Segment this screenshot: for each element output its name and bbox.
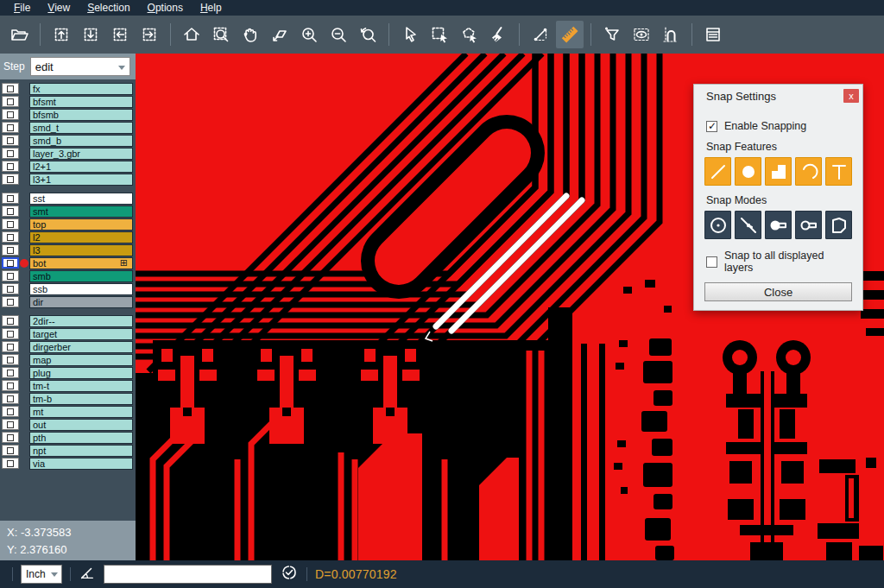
layer-row[interactable]: tm-t	[0, 379, 136, 392]
layer-visibility-checkbox[interactable]	[2, 174, 19, 185]
layer-visibility-checkbox[interactable]	[2, 83, 19, 94]
layer-row[interactable]: top	[0, 218, 136, 231]
snap-feature-line-button[interactable]	[704, 157, 731, 186]
layer-name[interactable]: dir	[29, 296, 133, 308]
angle-mode-icon[interactable]	[79, 564, 96, 585]
layer-name[interactable]: l3	[29, 244, 133, 256]
layer-row[interactable]: ssb	[0, 282, 136, 295]
dialog-title-bar[interactable]: Snap Settings x	[694, 85, 862, 108]
layer-visibility-checkbox[interactable]	[2, 109, 19, 120]
layer-visibility-checkbox[interactable]	[2, 380, 19, 391]
snap-feature-arc-button[interactable]	[795, 157, 822, 186]
select-poly-button[interactable]	[455, 21, 483, 48]
layer-visibility-checkbox[interactable]	[2, 367, 19, 378]
snap-mode-on-line-button[interactable]	[735, 211, 761, 239]
layer-name[interactable]: via	[29, 458, 133, 470]
layer-visibility-checkbox[interactable]	[2, 122, 19, 133]
menu-selection[interactable]: Selection	[79, 0, 138, 16]
snap-mode-corner-button[interactable]	[825, 211, 852, 239]
layer-name[interactable]: tm-t	[29, 380, 133, 392]
menu-options[interactable]: Options	[139, 0, 192, 16]
layer-name[interactable]: dirgerber	[29, 341, 133, 353]
layer-name[interactable]: sst	[29, 193, 133, 205]
select-rect-button[interactable]	[426, 21, 453, 48]
zoom-previous-button[interactable]	[354, 21, 382, 48]
layer-row[interactable]: bfsmb	[0, 108, 136, 121]
layer-row[interactable]: l3	[0, 243, 136, 256]
layer-visibility-checkbox[interactable]	[2, 419, 19, 430]
layer-visibility-checkbox[interactable]	[2, 135, 19, 146]
layer-list-panel-button[interactable]	[699, 21, 727, 48]
layer-visibility-checkbox[interactable]	[2, 393, 19, 404]
layer-name[interactable]: smb	[29, 270, 133, 282]
layer-row[interactable]: map	[0, 353, 136, 366]
layer-row[interactable]: via	[0, 457, 136, 470]
layer-name[interactable]: smt	[29, 205, 133, 218]
layer-row[interactable]: fx	[0, 82, 136, 95]
layer-visibility-checkbox[interactable]	[2, 315, 19, 326]
close-button[interactable]: Close	[704, 282, 852, 301]
snap-feature-surface-button[interactable]	[765, 157, 792, 186]
layer-visibility-checkbox[interactable]	[2, 161, 19, 172]
import-left-button[interactable]	[106, 21, 134, 48]
layer-row[interactable]: l2+1	[0, 160, 136, 173]
home-view-button[interactable]	[178, 21, 205, 48]
snap-mode-center-button[interactable]	[704, 211, 731, 239]
menu-help[interactable]: Help	[192, 0, 230, 16]
menu-file[interactable]: File	[5, 0, 39, 16]
refresh-check-icon[interactable]	[280, 563, 299, 585]
step-select[interactable]: edit	[30, 57, 130, 76]
layer-name[interactable]: ssb	[29, 283, 133, 295]
layer-visibility-checkbox[interactable]	[2, 283, 19, 294]
layer-name[interactable]: l3+1	[29, 174, 133, 186]
layer-visibility-checkbox[interactable]	[2, 96, 19, 107]
layer-name[interactable]: npt	[29, 445, 133, 457]
layer-visibility-checkbox[interactable]	[2, 445, 19, 456]
layer-row[interactable]: smd_t	[0, 121, 136, 134]
layer-name[interactable]: bfsmb	[29, 109, 133, 121]
layer-name[interactable]: bfsmt	[29, 96, 133, 108]
layer-name[interactable]: top	[29, 218, 133, 231]
pan-button[interactable]	[237, 21, 264, 48]
layer-name[interactable]: map	[29, 354, 133, 366]
layer-row[interactable]: pth	[0, 431, 136, 444]
layer-visibility-checkbox[interactable]	[2, 270, 19, 281]
filter-button[interactable]	[598, 21, 626, 48]
zoom-in-button[interactable]	[295, 21, 323, 48]
layer-name[interactable]: fx	[29, 83, 133, 95]
snap-settings-button[interactable]	[657, 21, 685, 48]
layer-row[interactable]: smb	[0, 269, 136, 282]
enable-snapping-checkbox[interactable]	[706, 121, 717, 132]
zoom-region-button[interactable]	[207, 21, 235, 48]
layer-visibility-checkbox[interactable]	[2, 458, 19, 469]
layer-row[interactable]: smt	[0, 205, 136, 218]
zoom-window-button[interactable]	[266, 21, 294, 48]
import-up-button[interactable]	[47, 21, 75, 48]
snap-feature-text-button[interactable]	[825, 157, 852, 186]
layer-name[interactable]: tm-b	[29, 393, 133, 405]
layer-row[interactable]: mt	[0, 405, 136, 418]
layer-visibility-checkbox[interactable]	[2, 218, 19, 230]
unit-select[interactable]: Inch	[21, 565, 62, 584]
layer-row[interactable]: bfsmt	[0, 95, 136, 108]
layer-visibility-checkbox[interactable]	[2, 328, 19, 339]
snap-all-layers-row[interactable]: Snap to all displayed layers	[706, 250, 852, 274]
snap-all-layers-checkbox[interactable]	[706, 256, 717, 268]
layer-row[interactable]: bot ⊞	[0, 256, 136, 269]
layer-visibility-checkbox[interactable]	[2, 432, 19, 443]
layer-name[interactable]: l2	[29, 231, 133, 243]
layer-row[interactable]: sst	[0, 192, 136, 205]
layer-visibility-checkbox[interactable]	[2, 341, 19, 352]
layer-visibility-checkbox[interactable]	[2, 244, 19, 256]
layer-name[interactable]: bot	[29, 257, 133, 269]
layer-visibility-checkbox[interactable]	[2, 296, 19, 307]
layer-row[interactable]: plug	[0, 366, 136, 379]
enable-snapping-row[interactable]: Enable Snapping	[706, 120, 852, 132]
layer-row[interactable]: dir	[0, 295, 136, 308]
snap-mode-slot-outline-button[interactable]	[795, 211, 822, 239]
layer-name[interactable]: pth	[29, 432, 133, 444]
layer-name[interactable]: target	[29, 328, 133, 340]
layer-row[interactable]: l3+1	[0, 173, 136, 186]
layer-visibility-checkbox[interactable]	[2, 148, 19, 159]
layer-visibility-checkbox[interactable]	[2, 193, 19, 204]
